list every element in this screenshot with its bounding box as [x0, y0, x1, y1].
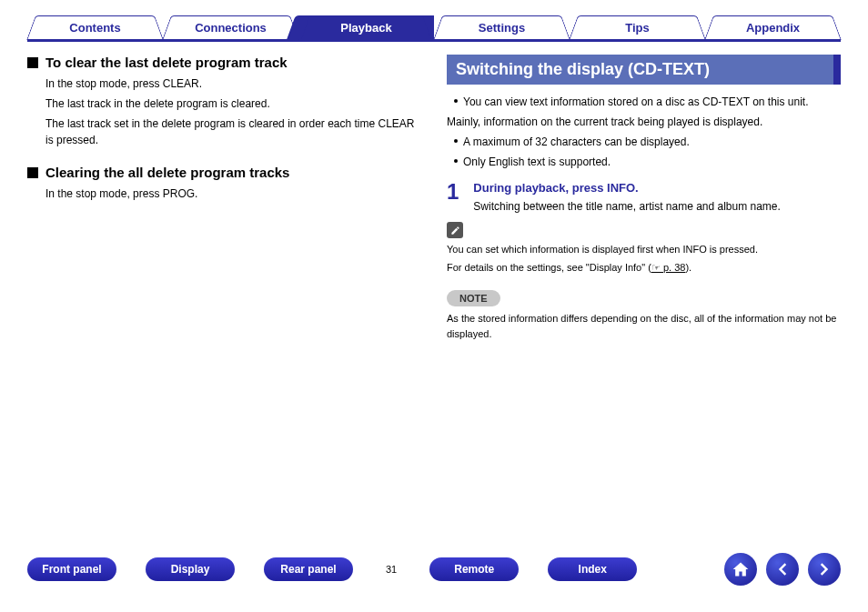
- heading-clear-all: Clearing the all delete program tracks: [27, 165, 421, 180]
- tip-text: For details on the settings, see "Displa…: [447, 260, 841, 276]
- rear-panel-button[interactable]: Rear panel: [264, 557, 353, 581]
- tip-pre: For details on the settings, see "Displa…: [447, 262, 651, 273]
- bullet-icon: [454, 99, 458, 103]
- tab-appendix[interactable]: Appendix: [705, 15, 841, 39]
- note-body: As the stored information differs depend…: [447, 311, 841, 341]
- front-panel-button[interactable]: Front panel: [27, 557, 116, 581]
- tip-post: ).: [685, 262, 691, 273]
- body-text: Mainly, information on the current track…: [447, 114, 841, 130]
- home-icon: [732, 560, 750, 578]
- content-area: To clear the last delete program track I…: [27, 42, 841, 539]
- button-label: Front panel: [42, 563, 101, 576]
- square-bullet-icon: [27, 57, 38, 68]
- tip-text: You can set which information is display…: [447, 242, 841, 257]
- tab-label: Settings: [479, 21, 525, 35]
- page-number: 31: [382, 564, 400, 575]
- step-number: 1: [447, 181, 459, 213]
- tab-label: Contents: [69, 21, 120, 35]
- heading-text: Clearing the all delete program tracks: [45, 165, 289, 180]
- arrow-right-icon: [815, 560, 833, 578]
- body-text: The last track in the delete program is …: [45, 95, 421, 112]
- button-label: Index: [579, 563, 607, 576]
- step-1: 1 During playback, press INFO. Switching…: [447, 181, 841, 213]
- tab-contents[interactable]: Contents: [27, 15, 163, 39]
- bullet-item: You can view text information stored on …: [454, 94, 841, 110]
- index-button[interactable]: Index: [548, 557, 637, 581]
- tab-label: Connections: [195, 21, 267, 35]
- body-text: In the stop mode, press CLEAR.: [45, 75, 421, 92]
- tab-label: Tips: [625, 21, 650, 35]
- tab-label: Playback: [340, 21, 391, 35]
- arrow-left-icon: [773, 560, 792, 578]
- forward-button[interactable]: [808, 553, 841, 586]
- top-tabs: Contents Connections Playback Settings T…: [27, 15, 841, 42]
- bullet-text: Only English text is supported.: [463, 154, 611, 170]
- page-ref-link[interactable]: ☞ p. 38: [651, 262, 686, 273]
- bullet-icon: [454, 159, 458, 163]
- heading-text: To clear the last delete program track: [45, 55, 288, 70]
- bullet-text: You can view text information stored on …: [463, 94, 809, 110]
- back-button[interactable]: [766, 553, 799, 586]
- button-label: Display: [171, 563, 210, 576]
- heading-clear-last: To clear the last delete program track: [27, 55, 421, 70]
- home-button[interactable]: [724, 553, 757, 586]
- button-label: Rear panel: [280, 563, 336, 576]
- display-button[interactable]: Display: [146, 557, 235, 581]
- step-description: Switching between the title name, artist…: [473, 200, 781, 213]
- bullet-text: A maximum of 32 characters can be displa…: [463, 134, 690, 150]
- tab-label: Appendix: [746, 21, 800, 35]
- body-text: The last track set in the delete program…: [45, 115, 421, 148]
- step-title: During playback, press INFO.: [473, 181, 781, 195]
- button-label: Remote: [454, 563, 494, 576]
- section-title: Switching the display (CD-TEXT): [447, 55, 841, 85]
- footer-nav: [724, 553, 841, 586]
- footer-left: Front panel Display Rear panel 31 Remote…: [27, 557, 637, 581]
- pencil-icon: [447, 222, 463, 238]
- body-text: In the stop mode, press PROG.: [45, 186, 421, 202]
- square-bullet-icon: [27, 167, 38, 178]
- right-column: Switching the display (CD-TEXT) You can …: [447, 55, 841, 539]
- tab-playback[interactable]: Playback: [298, 15, 434, 39]
- tab-tips[interactable]: Tips: [570, 15, 705, 39]
- note-badge: NOTE: [447, 290, 500, 306]
- bullet-icon: [454, 139, 458, 143]
- tab-connections[interactable]: Connections: [163, 15, 298, 39]
- bullet-item: A maximum of 32 characters can be displa…: [454, 134, 841, 150]
- footer: Front panel Display Rear panel 31 Remote…: [27, 539, 841, 612]
- tab-settings[interactable]: Settings: [434, 15, 570, 39]
- bullet-item: Only English text is supported.: [454, 154, 841, 170]
- remote-button[interactable]: Remote: [429, 557, 519, 581]
- left-column: To clear the last delete program track I…: [27, 55, 421, 539]
